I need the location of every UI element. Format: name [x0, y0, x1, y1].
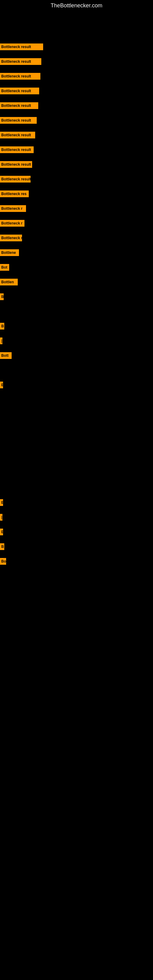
bottleneck-bar: |	[0, 337, 2, 344]
bottleneck-bar: Bottleneck result	[0, 88, 39, 94]
bottleneck-bar: Bottleneck result	[0, 43, 43, 50]
bottleneck-bar: Bottleneck r	[0, 220, 24, 227]
bottleneck-bar: Bo	[0, 558, 6, 565]
bottleneck-bar: B	[0, 323, 4, 329]
bottleneck-bar: Bottleneck result	[0, 146, 33, 153]
bottleneck-bar: Bottleneck result	[0, 73, 40, 80]
bottleneck-bar: E	[0, 528, 3, 535]
bottleneck-bar: Bottleneck result	[0, 58, 41, 65]
bottleneck-bar: Bottleneck result	[0, 102, 38, 109]
bottleneck-bar: Bott	[0, 352, 12, 359]
bottleneck-bar: Bottlene	[0, 249, 19, 256]
bottleneck-bar: Bottleneck result	[0, 161, 32, 168]
bottleneck-bar: Bottleneck r	[0, 235, 22, 241]
site-title: TheBottlenecker.com	[0, 0, 153, 11]
bottleneck-bar: E	[0, 499, 3, 506]
bottleneck-bar: Bottleneck result	[0, 176, 30, 183]
bottleneck-bar: B	[0, 293, 4, 300]
bottleneck-bar: Bot	[0, 264, 9, 271]
bottleneck-bar: Bottlen	[0, 279, 18, 285]
bottleneck-bar: Bottleneck r	[0, 205, 26, 212]
bottleneck-bar: E	[0, 382, 3, 388]
bottleneck-bar: Bottleneck result	[0, 132, 35, 138]
bottleneck-bar: Bottleneck result	[0, 117, 37, 124]
bottleneck-bar: Bottleneck res	[0, 191, 29, 197]
bottleneck-bar: B	[0, 543, 4, 550]
bottleneck-bar: |	[0, 514, 2, 520]
